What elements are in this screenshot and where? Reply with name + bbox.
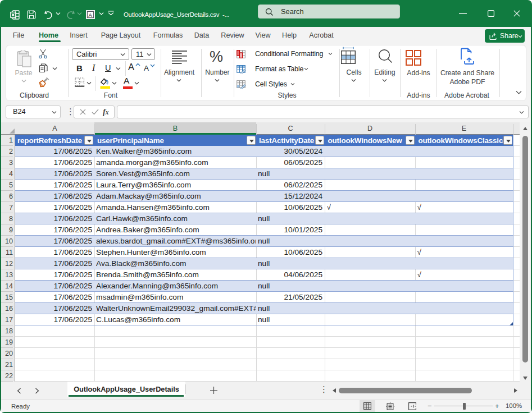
svg-text:A: A — [88, 12, 92, 18]
